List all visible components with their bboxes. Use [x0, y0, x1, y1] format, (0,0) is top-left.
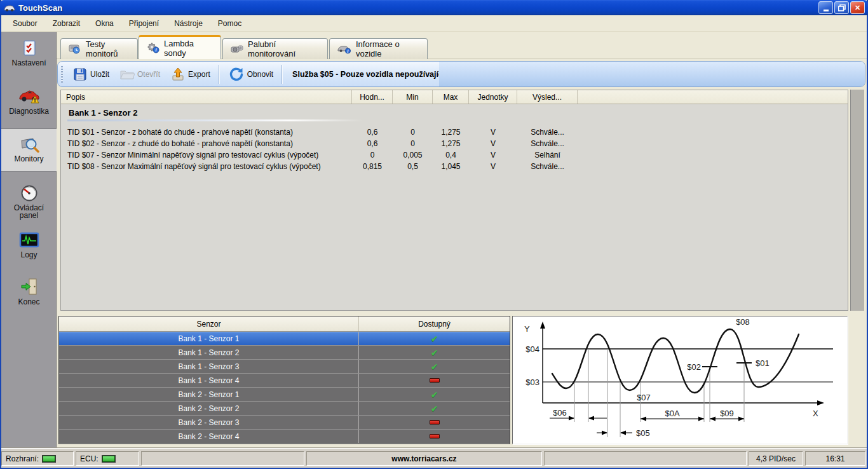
cell-result: Selhání: [517, 149, 578, 161]
log-graph-icon: [19, 231, 39, 249]
svg-text:i: i: [348, 49, 349, 53]
menu-pomoc[interactable]: Pomoc: [210, 17, 249, 30]
table-row[interactable]: TID $01 - Senzor - z bohaté do chudé - p…: [61, 126, 848, 138]
scanner-clock-icon: [69, 44, 81, 54]
sidebar-item-diagnostika[interactable]: Diagnostika: [1, 88, 57, 115]
tab-lambda-sondy[interactable]: i Lambda sondy: [139, 35, 221, 59]
cell-value: 0: [352, 149, 393, 161]
close-button[interactable]: ✕: [850, 1, 865, 14]
group-header-underline: [67, 119, 363, 121]
cell-desc: TID $01 - Senzor - z bohaté do chudé - p…: [61, 126, 352, 138]
toolbar-separator: [281, 65, 283, 84]
axis-x-label: X: [813, 409, 818, 418]
label-03: $03: [526, 377, 539, 387]
ecu-status-panel: ECU:: [76, 451, 139, 466]
column-header-hodnota[interactable]: Hodn...: [352, 90, 393, 104]
label-06: $06: [553, 408, 567, 418]
title-bar: TouchScan ✕: [0, 0, 868, 15]
button-label: Export: [188, 70, 210, 79]
sidebar-item-ovladaci-panel[interactable]: Ovládací panel: [1, 183, 57, 219]
sidebar-item-konec[interactable]: Konec: [1, 277, 57, 306]
menu-okna[interactable]: Okna: [88, 17, 121, 30]
lambda-waveform-diagram: Y X $04 $03 $08 $07 $02 $01 $06 $05 $0A …: [512, 316, 848, 444]
tab-palubni-monitorovani[interactable]: Palubní monitorování: [222, 38, 328, 59]
menu-soubor[interactable]: Soubor: [5, 17, 45, 30]
label-05: $05: [636, 428, 650, 438]
label-0A: $0A: [665, 409, 679, 418]
interface-led-indicator: [43, 456, 55, 462]
tab-informace-o-vozidle[interactable]: i Informace o vozidle: [329, 38, 428, 59]
sensor-row[interactable]: Bank 2 - Senzor 3: [59, 416, 510, 430]
table-row[interactable]: TID $08 - Senzor Maximální napěťový sign…: [61, 161, 848, 172]
save-button[interactable]: Uložit: [67, 64, 114, 85]
sensor-name: Bank 1 - Senzor 2: [59, 346, 359, 359]
label-04: $04: [526, 344, 539, 354]
label-01: $01: [756, 358, 770, 368]
floppy-save-icon: [72, 67, 88, 82]
sidebar-item-label: Logy: [20, 251, 37, 259]
minimize-button[interactable]: [818, 1, 833, 14]
sensor-row[interactable]: Bank 1 - Senzor 3: [59, 360, 510, 374]
sensor-row[interactable]: Bank 2 - Senzor 1: [59, 388, 510, 402]
open-button[interactable]: Otevřít: [114, 64, 165, 85]
cell-min: 0,005: [393, 149, 433, 161]
sensor-name: Bank 1 - Senzor 3: [59, 360, 359, 373]
menu-pripojeni[interactable]: Připojení: [121, 17, 166, 30]
sensor-row[interactable]: Bank 1 - Senzor 1: [59, 332, 510, 346]
table-row[interactable]: TID $07 - Senzor Minimální napěťový sign…: [61, 149, 848, 161]
window-title: TouchScan: [18, 3, 62, 13]
sensor-table: Senzor Dostupný Bank 1 - Senzor 1 Bank 1…: [58, 316, 510, 444]
column-header-senzor[interactable]: Senzor: [59, 316, 359, 331]
ecu-label: ECU:: [80, 454, 98, 463]
export-button[interactable]: Export: [165, 64, 215, 85]
cell-result: Schvále...: [517, 161, 578, 172]
cell-value: 0,6: [352, 126, 393, 138]
clock-panel: 16:31: [805, 451, 865, 466]
cell-result: Schvále...: [517, 138, 578, 149]
status-bar: Rozhraní: ECU: www.torriacars.cz 4,3 PID…: [1, 448, 867, 468]
sensor-row[interactable]: Bank 1 - Senzor 4: [59, 374, 510, 388]
sidebar-item-label: Nastavení: [11, 59, 46, 67]
menu-nastroje[interactable]: Nástroje: [166, 17, 210, 30]
status-panel-empty: [141, 451, 304, 466]
tab-label: Informace o vozidle: [356, 39, 419, 58]
column-header-dostupny[interactable]: Dostupný: [359, 316, 510, 331]
sidebar-item-monitory[interactable]: Monitory: [1, 128, 57, 172]
app-window: TouchScan ✕ Soubor Zobrazit Okna Připoje…: [0, 0, 868, 469]
tab-label: Lambda sondy: [164, 39, 213, 58]
restore-button[interactable]: [834, 1, 849, 14]
column-header-min[interactable]: Min: [393, 90, 433, 104]
sidebar-item-label: Monitory: [14, 155, 43, 163]
button-label: Obnovit: [247, 70, 273, 79]
column-header-popis[interactable]: Popis: [61, 90, 352, 104]
tab-testy-monitoru[interactable]: Testy monitorů: [60, 38, 138, 59]
refresh-icon: [228, 67, 245, 82]
pid-rate-panel: 4,3 PID/sec: [749, 451, 803, 466]
sensor-table-header: Senzor Dostupný: [59, 316, 510, 332]
scrollbar-track[interactable]: [850, 90, 864, 311]
refresh-button[interactable]: Obnovit: [223, 64, 278, 85]
column-header-vysledek[interactable]: Výsled...: [517, 90, 578, 104]
sensor-row[interactable]: Bank 2 - Senzor 4: [59, 430, 510, 444]
sensor-name: Bank 2 - Senzor 3: [59, 416, 359, 429]
toolbar-grip[interactable]: [61, 66, 63, 83]
sidebar-item-label: Konec: [18, 298, 39, 306]
sensor-row[interactable]: Bank 2 - Senzor 2: [59, 402, 510, 416]
label-02: $02: [687, 362, 701, 372]
cell-units: V: [469, 149, 517, 161]
column-header-max[interactable]: Max: [433, 90, 469, 104]
column-header-jednotky[interactable]: Jednotky: [469, 90, 517, 104]
sensor-row[interactable]: Bank 1 - Senzor 2: [59, 346, 510, 360]
service-mode-label: Služba $05 - Pouze vozidla nepoužívající…: [286, 70, 471, 79]
results-table-header: Popis Hodn... Min Max Jednotky Výsled...: [61, 90, 848, 104]
availability-icon: [430, 378, 440, 383]
gear-info-icon: i: [147, 43, 159, 53]
interface-label: Rozhraní:: [6, 454, 39, 463]
menu-bar: Soubor Zobrazit Okna Připojení Nástroje …: [1, 15, 867, 32]
table-row[interactable]: TID $02 - Senzor - z chudé do bohaté - p…: [61, 138, 848, 149]
camera-icon: [231, 44, 243, 54]
sidebar-item-nastaveni[interactable]: Nastavení: [1, 38, 57, 67]
menu-zobrazit[interactable]: Zobrazit: [45, 17, 88, 30]
sidebar-item-logy[interactable]: Logy: [1, 231, 57, 259]
cell-units: V: [469, 126, 517, 138]
